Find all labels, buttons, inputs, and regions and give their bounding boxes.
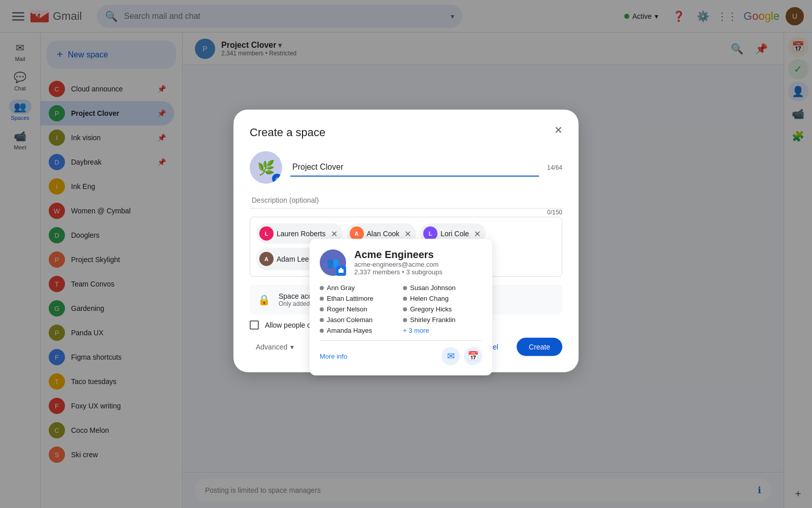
acme-footer: More info ✉ 📅 [320,340,482,365]
acme-member-amanda: Amanda Hayes [320,327,399,334]
allow-outside-checkbox[interactable] [250,321,259,330]
acme-badge [336,266,346,276]
chip-avatar-adam: A [259,252,274,266]
member-name-susan: Susan Johnson [410,284,456,292]
svg-rect-4 [339,269,344,273]
member-name-ethan: Ethan Lattimore [327,295,374,302]
space-image-add-icon[interactable]: + [272,174,282,184]
acme-member-jason: Jason Coleman [320,316,399,324]
acme-stats: 2,337 members • 3 subgroups [354,268,443,276]
member-dot-shirley [403,318,407,322]
acme-name: Acme Engineers [354,249,443,261]
member-dot-amanda [320,329,324,333]
acme-member-gregory: Gregory Hicks [403,305,482,313]
acme-more-label: + 3 more [403,327,429,334]
advanced-label: Advanced [256,343,287,351]
member-name-roger: Roger Nelson [327,305,367,313]
acme-info: Acme Engineers acme-engineers@acme.com 2… [354,249,443,276]
chip-name-alan: Alan Cook [367,230,400,238]
remove-alan-button[interactable]: ✕ [404,229,411,238]
member-name-gregory: Gregory Hicks [410,305,452,313]
chip-name-adam: Adam Lee [277,255,309,263]
member-dot-gregory [403,307,407,311]
advanced-chevron-icon: ▾ [290,343,294,351]
remove-lori-button[interactable]: ✕ [474,229,481,238]
space-image-picker[interactable]: 🌿 + [250,151,282,184]
member-dot-jason [320,318,324,322]
calendar-acme-button[interactable]: 📅 [464,347,482,365]
acme-member-roger: Roger Nelson [320,305,399,313]
acme-avatar: 👥 [320,249,346,276]
acme-header: 👥 Acme Engineers acme-engineers@acme.com… [320,249,482,276]
chip-avatar-lauren: L [259,227,274,241]
member-name-jason: Jason Coleman [327,316,373,324]
modal-title: Create a space [250,126,562,139]
member-name-helen: Helen Chang [410,295,449,302]
acme-footer-icons: ✉ 📅 [442,347,482,365]
more-info-link[interactable]: More info [320,353,347,360]
member-name-amanda: Amanda Hayes [327,327,372,334]
acme-email: acme-engineers@acme.com [354,261,443,268]
create-button[interactable]: Create [517,338,562,356]
acme-member-helen: Helen Chang [403,295,482,302]
chip-name-lori: Lori Cole [441,230,469,238]
space-image-row: 🌿 + 14/64 [250,151,562,184]
description-row: 0/150 [250,192,562,209]
acme-engineers-popup: 👥 Acme Engineers acme-engineers@acme.com… [310,239,492,375]
member-dot-ethan [320,297,324,301]
acme-member-ann: Ann Gray [320,284,399,292]
acme-more-button[interactable]: + 3 more [403,327,482,334]
member-name-shirley: Shirley Franklin [410,316,456,324]
remove-lauren-button[interactable]: ✕ [331,229,337,238]
description-input[interactable] [250,192,562,209]
space-name-input[interactable] [290,158,539,177]
chip-name-lauren: Lauren Roberts [277,230,326,238]
member-dot-ann [320,286,324,290]
advanced-button[interactable]: Advanced ▾ [250,339,300,355]
acme-member-shirley: Shirley Franklin [403,316,482,324]
member-dot-roger [320,307,324,311]
email-acme-button[interactable]: ✉ [442,347,460,365]
lock-icon: 🔒 [258,294,270,306]
space-name-count: 14/64 [547,164,562,171]
member-dot-helen [403,297,407,301]
modal-close-button[interactable]: ✕ [548,120,568,140]
desc-count: 0/150 [547,209,562,216]
acme-members-grid: Ann Gray Susan Johnson Ethan Lattimore H… [320,284,482,334]
member-name-ann: Ann Gray [327,284,355,292]
acme-member-ethan: Ethan Lattimore [320,295,399,302]
member-dot-susan [403,286,407,290]
acme-member-susan: Susan Johnson [403,284,482,292]
